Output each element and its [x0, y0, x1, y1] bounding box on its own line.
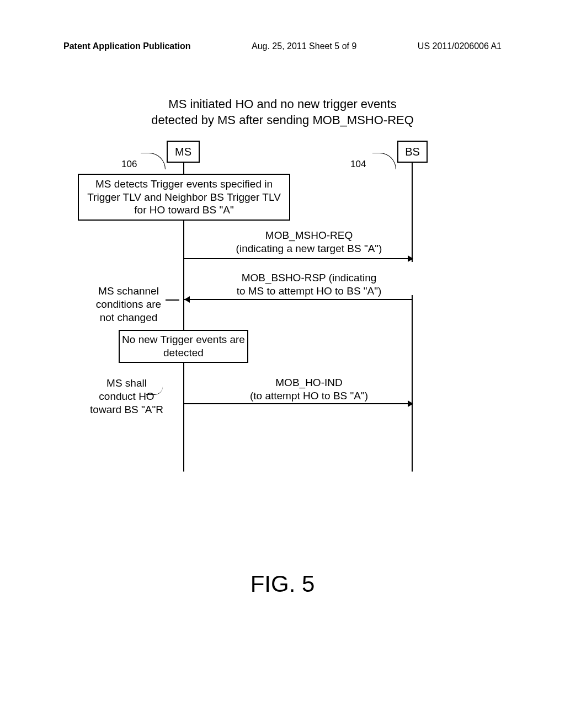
msg2-line1: MOB_BSHO-RSP (indicating — [242, 272, 377, 283]
msg2-line2: to MS to attempt HO to BS "A") — [237, 285, 382, 297]
msg1-line2: (indicating a new target BS "A") — [236, 243, 382, 254]
msg3-line2: (to attempt HO to BS "A") — [250, 390, 368, 402]
header-date-sheet: Aug. 25, 2011 Sheet 5 of 9 — [252, 41, 356, 51]
msg1-line1: MOB_MSHO-REQ — [265, 229, 353, 241]
diagram-title: MS initiated HO and no new trigger event… — [131, 97, 434, 128]
ms-ref-curve — [141, 153, 166, 169]
msg2-arrowhead — [184, 296, 190, 303]
sequence-diagram: MS BS 106 104 MS detects Trigger events … — [69, 141, 433, 483]
note2-line1: MS shall — [106, 377, 147, 389]
no-trigger-text: No new Trigger events are detected — [120, 333, 247, 360]
msg1-arrowhead — [408, 255, 413, 262]
header-publication: Patent Application Publication — [63, 41, 191, 51]
trigger-event-box: MS detects Trigger events specified in T… — [78, 174, 290, 221]
ms-participant-box: MS — [167, 141, 200, 163]
figure-label: FIG. 5 — [250, 571, 315, 597]
msg1-arrow — [184, 258, 412, 259]
msg1-label: MOB_MSHO-REQ (indicating a new target BS… — [212, 229, 406, 255]
side-note-1: MS schannel conditions are not changed — [79, 285, 178, 324]
title-line1: MS initiated HO and no new trigger event… — [168, 97, 396, 111]
header-patent-number: US 2011/0206006 A1 — [418, 41, 502, 51]
bs-label: BS — [405, 146, 420, 158]
ms-ref-label: 106 — [121, 159, 137, 170]
msg3-arrowhead — [408, 400, 413, 407]
trigger-text: MS detects Trigger events specified in T… — [87, 178, 281, 217]
msg2-label: MOB_BSHO-RSP (indicating to MS to attemp… — [212, 271, 406, 298]
no-trigger-box: No new Trigger events are detected — [119, 330, 248, 363]
bs-lifeline-bottom — [412, 295, 413, 472]
note1-connector — [166, 299, 179, 301]
note2-line3: toward BS "A"R — [90, 404, 163, 415]
ms-label: MS — [175, 146, 191, 158]
bs-ref-curve — [372, 153, 396, 169]
note1-line2: conditions are — [96, 298, 161, 310]
note1-line1: MS schannel — [98, 285, 159, 297]
bs-participant-box: BS — [397, 141, 428, 163]
bs-lifeline-top — [412, 163, 413, 262]
bs-ref-label: 104 — [350, 159, 366, 170]
msg3-arrow — [184, 403, 412, 404]
msg3-line1: MOB_HO-IND — [275, 377, 342, 388]
msg2-arrow — [184, 299, 412, 300]
page-header: Patent Application Publication Aug. 25, … — [0, 41, 565, 51]
msg3-label: MOB_HO-IND (to attempt HO to BS "A") — [223, 376, 395, 403]
title-line2: detected by MS after sending MOB_MSHO-RE… — [151, 113, 414, 127]
note1-line3: not changed — [100, 312, 158, 323]
side-note-2: MS shall conduct HO toward BS "A"R — [70, 377, 183, 416]
